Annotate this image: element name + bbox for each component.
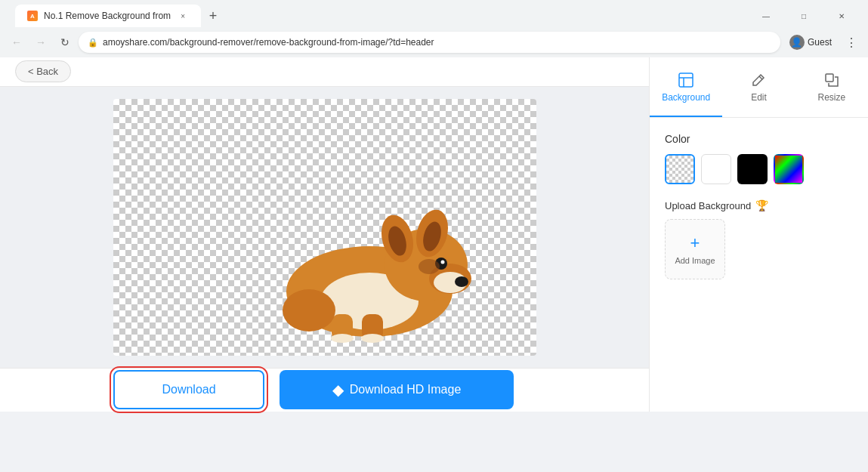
tab-resize[interactable]: Resize [795,57,868,117]
profile-label: Guest [808,37,832,48]
download-button[interactable]: Download [113,370,264,409]
svg-rect-22 [826,74,833,82]
right-panel: Background Edit Resize [649,57,868,412]
add-image-label: Add Image [675,256,715,265]
profile-icon: 👤 [789,35,805,50]
tabs-area: A No.1 Remove Background from × + [9,2,222,29]
browser-tab[interactable]: A No.1 Remove Background from × [15,5,201,27]
transparent-swatch[interactable] [665,154,695,184]
image-canvas [113,99,536,356]
svg-point-5 [455,276,468,287]
resize-tab-label: Resize [817,92,845,103]
bottom-bar: Download ◆ Download HD Image [0,368,649,412]
new-tab-button[interactable]: + [204,7,222,25]
svg-point-16 [331,334,354,343]
upload-bg-label: Upload Background 🏆 [665,199,853,211]
back-button[interactable]: < Back [15,60,71,82]
tab-background[interactable]: Background [650,57,722,117]
address-bar[interactable]: 🔒 amoyshare.com/background-remover/remov… [79,32,780,53]
resize-tab-icon [823,71,841,89]
window-controls: — □ ✕ [749,5,859,27]
tab-title: No.1 Remove Background from [44,11,171,21]
plus-icon: + [690,233,700,253]
canvas-area [0,87,649,368]
title-bar: A No.1 Remove Background from × + — □ ✕ [0,0,868,27]
black-swatch[interactable] [737,154,768,184]
edit-tab-icon [749,71,768,89]
tab-favicon: A [27,11,38,21]
color-swatches [665,154,853,184]
add-image-button[interactable]: + Add Image [665,219,725,279]
diamond-icon: ◆ [332,381,344,399]
svg-point-14 [283,289,335,332]
browser-menu-button[interactable]: ⋮ [841,32,862,53]
refresh-button[interactable]: ↻ [54,32,76,53]
profile-button[interactable]: 👤 Guest [783,32,838,53]
back-nav-button[interactable]: ← [6,32,27,53]
lock-icon: 🔒 [88,38,98,48]
svg-rect-18 [679,73,693,87]
forward-nav-button[interactable]: → [30,32,51,53]
app-header: < Back [0,57,649,87]
minimize-button[interactable]: — [749,5,783,27]
download-hd-button[interactable]: ◆ Download HD Image [280,370,514,409]
url-text: amoyshare.com/background-remover/remove-… [103,37,434,48]
svg-point-15 [419,259,440,274]
browser-chrome: A No.1 Remove Background from × + — □ ✕ … [0,0,868,57]
panel-content: Color Upload Background 🏆 + Add Image [650,118,868,412]
tab-edit[interactable]: Edit [722,57,795,117]
maximize-button[interactable]: □ [786,5,821,27]
close-button[interactable]: ✕ [824,5,859,27]
background-tab-icon [677,71,695,89]
app-container: < Back [0,57,868,412]
address-bar-row: ← → ↻ 🔒 amoyshare.com/background-remover… [0,27,868,57]
edit-tab-label: Edit [751,92,767,103]
main-area: < Back [0,57,649,412]
svg-line-21 [759,76,762,79]
premium-icon: 🏆 [755,199,768,211]
color-section-title: Color [665,133,853,145]
panel-tabs: Background Edit Resize [650,57,868,118]
background-tab-label: Background [662,92,710,103]
tab-close-button[interactable]: × [177,10,189,22]
gradient-swatch[interactable] [774,154,804,184]
svg-point-17 [361,334,384,343]
white-swatch[interactable] [701,154,731,184]
svg-point-7 [440,260,444,264]
dog-image [252,182,494,348]
download-hd-label: Download HD Image [350,383,462,396]
